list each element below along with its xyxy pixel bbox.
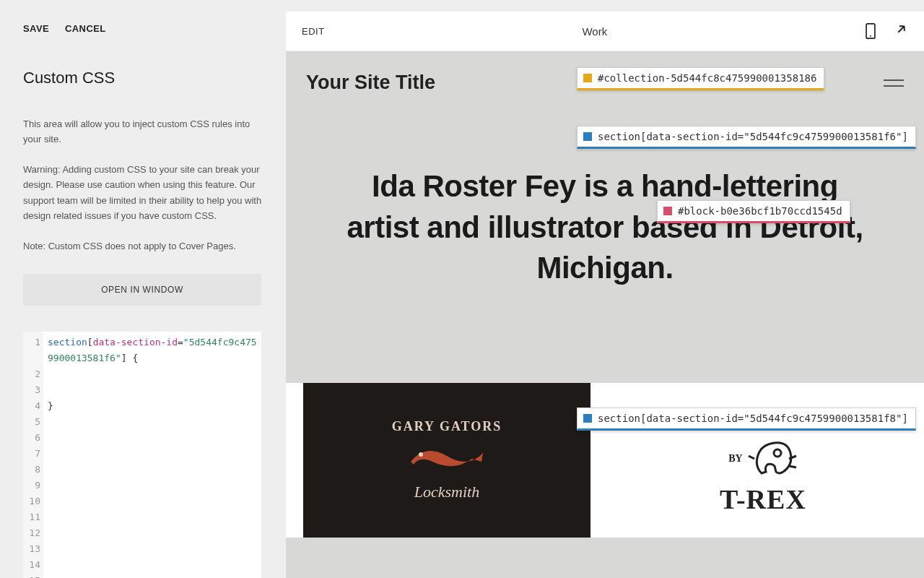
color-swatch-icon: [583, 74, 592, 82]
gutter: 1 2 3 4 5 6 7 8 9 10 11 12 13 14 15: [23, 332, 43, 578]
svg-point-3: [774, 449, 781, 457]
selector-overlay-section-2[interactable]: section[data-section-id="5d544fc9c475990…: [577, 407, 916, 431]
custom-css-sidebar: SAVE CANCEL Custom CSS This area will al…: [0, 0, 286, 578]
preview-pane: EDIT Work Your Site Title Ida Roster Fey…: [286, 0, 924, 578]
cancel-button[interactable]: CANCEL: [65, 23, 106, 34]
preview-shell: EDIT Work Your Site Title Ida Roster Fey…: [286, 12, 924, 578]
selector-overlay-collection[interactable]: #collection-5d544fc8c475990001358186: [577, 67, 824, 90]
mobile-preview-icon[interactable]: [865, 23, 878, 39]
sidebar-actions: SAVE CANCEL: [23, 23, 263, 34]
css-code-editor[interactable]: 1 2 3 4 5 6 7 8 9 10 11 12 13 14 15 sect…: [23, 332, 261, 578]
intro-text: This area will allow you to inject custo…: [23, 116, 263, 147]
expand-icon[interactable]: [895, 23, 908, 39]
save-button[interactable]: SAVE: [23, 23, 49, 34]
preview-page-title: Work: [325, 25, 865, 38]
selector-overlay-block[interactable]: #block-b0e36bcf1b70ccd1545d: [657, 200, 850, 223]
color-swatch-icon: [583, 132, 592, 141]
sidebar-heading: Custom CSS: [23, 69, 263, 87]
svg-point-2: [419, 452, 423, 457]
color-swatch-icon: [583, 414, 592, 423]
portfolio-tile-2[interactable]: TEX ✦ MEX BY T-REX: [619, 383, 907, 538]
edit-button[interactable]: EDIT: [302, 26, 325, 37]
portfolio-tile-1[interactable]: GARY GATORS Locksmith: [303, 383, 590, 538]
menu-icon[interactable]: [884, 75, 904, 91]
warning-text: Warning: Adding custom CSS to your site …: [23, 162, 263, 224]
gallery-section: GARY GATORS Locksmith TEX ✦ MEX BY: [286, 383, 924, 538]
preview-topbar: EDIT Work: [286, 12, 924, 51]
color-swatch-icon: [663, 207, 672, 215]
site-title[interactable]: Your Site Title: [306, 72, 435, 94]
note-text: Note: Custom CSS does not apply to Cover…: [23, 238, 263, 254]
selector-overlay-section-1[interactable]: section[data-section-id="5d544fc9c475990…: [577, 126, 916, 149]
code-content[interactable]: section[data-section-id="5d544fc9c475990…: [43, 332, 261, 578]
hero-text: Ida Roster Fey is a hand-lettering artis…: [335, 166, 875, 289]
open-in-window-button[interactable]: OPEN IN WINDOW: [23, 274, 261, 306]
svg-point-1: [870, 35, 871, 37]
